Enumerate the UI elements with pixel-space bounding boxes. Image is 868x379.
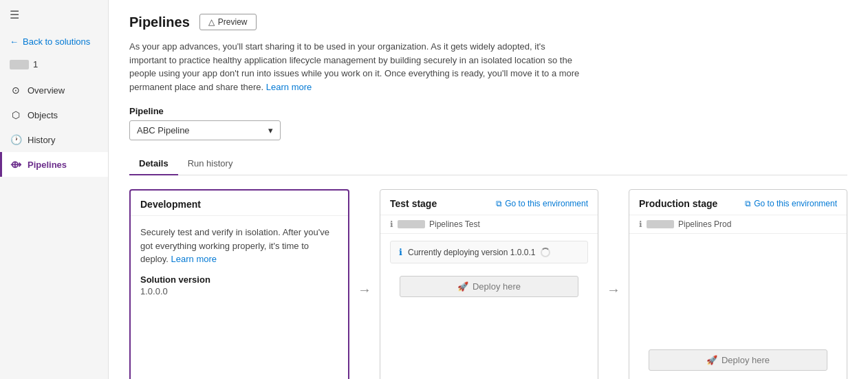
history-icon: 🕐 bbox=[10, 134, 22, 145]
production-deploy-button[interactable]: 🚀 Deploy here bbox=[649, 349, 827, 371]
stage-development-body: Securely test and verify in isolation. A… bbox=[131, 216, 348, 306]
stage-production-title: Production stage bbox=[639, 198, 717, 209]
stage-development-title: Development bbox=[140, 199, 201, 210]
production-env-row: ℹ Pipelines Prod bbox=[629, 215, 847, 234]
production-env-icon: ℹ bbox=[639, 219, 642, 229]
tab-run-history[interactable]: Run history bbox=[178, 153, 243, 175]
production-env-avatar bbox=[647, 220, 674, 228]
sidebar-item-label-pipelines: Pipelines bbox=[28, 160, 67, 170]
sidebar-item-label-overview: Overview bbox=[28, 85, 65, 96]
pipeline-selected: ABC Pipeline bbox=[137, 125, 190, 136]
preview-icon: △ bbox=[208, 17, 215, 27]
production-env-name: Pipelines Prod bbox=[678, 219, 731, 229]
test-env-icon: ℹ bbox=[390, 219, 393, 229]
test-deploy-label: Deploy here bbox=[473, 281, 521, 292]
page-header: Pipelines △ Preview bbox=[129, 14, 847, 30]
stage-development: Development Securely test and verify in … bbox=[129, 189, 349, 379]
production-deploy-label: Deploy here bbox=[721, 355, 770, 365]
stage-development-desc: Securely test and verify in isolation. A… bbox=[140, 226, 338, 266]
arrow-2: → bbox=[598, 189, 629, 379]
sidebar-item-pipelines[interactable]: ⟴ Pipelines bbox=[0, 152, 108, 177]
sidebar-item-history[interactable]: 🕐 History bbox=[0, 127, 108, 152]
tab-details[interactable]: Details bbox=[129, 153, 178, 175]
test-env-link-text: Go to this environment bbox=[505, 199, 588, 208]
stage-test: Test stage ⧉ Go to this environment ℹ Pi… bbox=[380, 189, 598, 379]
deploying-text: Currently deploying version 1.0.0.1 bbox=[408, 248, 535, 257]
main-content: Pipelines △ Preview As your app advances… bbox=[109, 0, 868, 379]
test-deploy-button[interactable]: 🚀 Deploy here bbox=[400, 276, 578, 297]
objects-icon: ⬡ bbox=[10, 109, 22, 120]
deploy-info-icon: ℹ bbox=[399, 247, 402, 257]
test-env-avatar bbox=[398, 220, 425, 228]
sidebar-item-overview[interactable]: ⊙ Overview bbox=[0, 78, 108, 102]
page-title: Pipelines bbox=[129, 14, 190, 30]
production-env-link-text: Go to this environment bbox=[754, 199, 837, 208]
test-deploy-icon: 🚀 bbox=[457, 281, 468, 292]
sidebar-item-label-history: History bbox=[28, 135, 55, 145]
stage-development-header: Development bbox=[131, 191, 348, 216]
production-env-link[interactable]: ⧉ Go to this environment bbox=[745, 199, 837, 208]
sidebar-item-objects[interactable]: ⬡ Objects bbox=[0, 102, 108, 127]
back-icon: ← bbox=[10, 36, 19, 47]
external-link-icon: ⧉ bbox=[496, 199, 502, 208]
sidebar-nav: ⊙ Overview ⬡ Objects 🕐 History ⟴ Pipelin… bbox=[0, 78, 108, 177]
stage-production-header: Production stage ⧉ Go to this environmen… bbox=[629, 190, 847, 215]
pipeline-label: Pipeline bbox=[129, 106, 847, 116]
pipelines-icon: ⟴ bbox=[10, 159, 22, 170]
chevron-down-icon: ▾ bbox=[268, 125, 273, 136]
stage-development-learn-more[interactable]: Learn more bbox=[171, 254, 217, 264]
pipeline-dropdown[interactable]: ABC Pipeline ▾ bbox=[129, 120, 281, 140]
overview-icon: ⊙ bbox=[10, 85, 22, 96]
solution-version-value: 1.0.0.0 bbox=[140, 286, 338, 296]
sidebar: ☰ ← Back to solutions 1 ⊙ Overview ⬡ Obj… bbox=[0, 0, 109, 379]
user-row: 1 bbox=[0, 54, 108, 75]
hamburger-icon[interactable]: ☰ bbox=[0, 0, 108, 30]
avatar bbox=[10, 60, 29, 69]
user-number: 1 bbox=[33, 59, 38, 69]
preview-button[interactable]: △ Preview bbox=[199, 14, 257, 30]
solution-version-label: Solution version bbox=[140, 274, 338, 285]
test-env-row: ℹ Pipelines Test bbox=[380, 215, 598, 234]
description-text: As your app advances, you'll start shari… bbox=[129, 40, 583, 94]
test-env-name: Pipelines Test bbox=[429, 219, 480, 229]
stage-test-title: Test stage bbox=[390, 198, 437, 209]
back-label: Back to solutions bbox=[23, 36, 90, 47]
stage-production: Production stage ⧉ Go to this environmen… bbox=[629, 189, 847, 379]
production-deploy-icon: 🚀 bbox=[706, 355, 717, 365]
back-to-solutions-link[interactable]: ← Back to solutions bbox=[0, 30, 108, 54]
preview-label: Preview bbox=[218, 17, 248, 27]
deploy-spinner bbox=[541, 248, 550, 257]
arrow-1: → bbox=[349, 189, 380, 379]
sidebar-item-label-objects: Objects bbox=[28, 110, 58, 120]
test-env-link[interactable]: ⧉ Go to this environment bbox=[496, 199, 588, 208]
stages-container: Development Securely test and verify in … bbox=[129, 189, 847, 379]
tabs-bar: Details Run history bbox=[129, 153, 847, 175]
external-link-icon-prod: ⧉ bbox=[745, 199, 751, 208]
learn-more-link[interactable]: Learn more bbox=[266, 82, 312, 92]
stage-test-header: Test stage ⧉ Go to this environment bbox=[380, 190, 598, 215]
deploying-bar: ℹ Currently deploying version 1.0.0.1 bbox=[390, 241, 588, 263]
